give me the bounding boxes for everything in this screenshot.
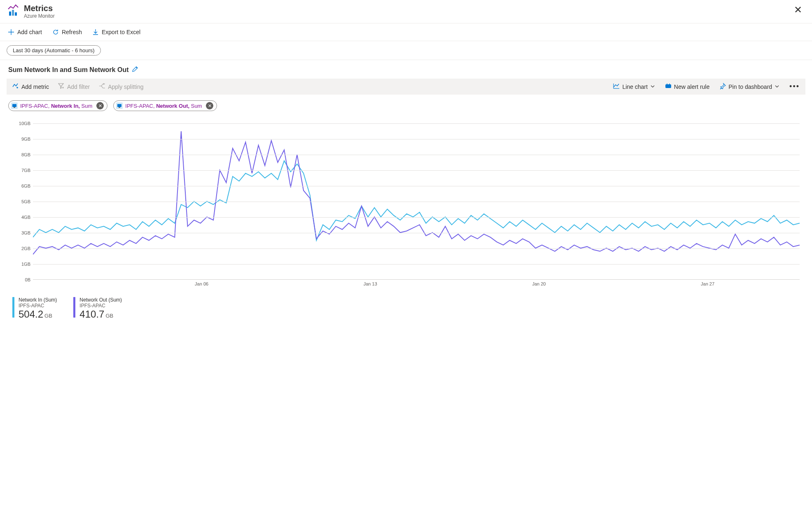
legend-resource-name: IPFS-APAC — [19, 303, 57, 309]
grid-line — [33, 123, 800, 124]
legend-unit: GB — [44, 313, 52, 319]
chart-area: 10GB9GB8GB7GB6GB5GB4GB3GB2GB1GB0B Jan 06… — [0, 115, 812, 293]
add-chart-button[interactable]: Add chart — [7, 27, 43, 37]
y-tick-label: 4GB — [21, 215, 30, 220]
add-filter-button[interactable]: Add filter — [56, 81, 91, 92]
svg-rect-0 — [9, 12, 11, 16]
y-tick-label: 6GB — [21, 183, 30, 188]
metric-chips-row: IPFS-APAC, Network In, Sum ✕ IPFS-APAC, … — [0, 99, 812, 115]
y-tick-label: 0B — [25, 277, 30, 282]
y-tick-label: 1GB — [21, 262, 30, 267]
svg-rect-4 — [12, 104, 16, 107]
grid-line — [33, 248, 800, 249]
add-metric-label: Add metric — [21, 84, 49, 90]
apply-splitting-label: Apply splitting — [108, 84, 143, 90]
refresh-label: Refresh — [62, 29, 82, 35]
svg-rect-1 — [12, 10, 14, 16]
y-tick-label: 5GB — [21, 199, 30, 204]
y-tick-label: 10GB — [19, 121, 30, 126]
filter-icon — [58, 83, 65, 91]
legend-resource-name: IPFS-APAC — [79, 303, 122, 309]
metrics-icon — [7, 3, 20, 16]
apply-splitting-button[interactable]: Apply splitting — [97, 81, 145, 92]
command-bar: Add chart Refresh Export to Excel — [0, 23, 812, 41]
new-alert-label: New alert rule — [674, 84, 709, 90]
more-options-button[interactable]: ••• — [788, 82, 801, 91]
grid-line — [33, 170, 800, 171]
series-line — [33, 131, 800, 254]
x-tick-label: Jan 06 — [195, 281, 208, 286]
chart-title: Sum Network In and Sum Network Out — [8, 66, 128, 74]
pin-dashboard-button[interactable]: Pin to dashboard — [718, 81, 781, 92]
svg-rect-7 — [119, 107, 120, 108]
y-tick-label: 3GB — [21, 230, 30, 235]
remove-chip-icon[interactable]: ✕ — [206, 102, 213, 109]
new-alert-button[interactable]: New alert rule — [663, 81, 711, 92]
time-range-pill[interactable]: Last 30 days (Automatic - 6 hours) — [7, 45, 101, 56]
grid-line — [33, 233, 800, 233]
refresh-button[interactable]: Refresh — [51, 27, 83, 37]
chart-toolbar: Add metric Add filter Apply splitting Li… — [7, 79, 805, 95]
legend-unit: GB — [105, 313, 113, 319]
svg-rect-2 — [15, 12, 17, 16]
svg-rect-3 — [665, 84, 671, 88]
y-tick-label: 8GB — [21, 152, 30, 157]
svg-rect-6 — [117, 104, 121, 107]
grid-line — [33, 217, 800, 218]
add-metric-button[interactable]: Add metric — [11, 81, 51, 92]
grid-line — [33, 264, 800, 265]
legend-metric-name: Network In (Sum) — [19, 297, 57, 303]
x-tick-label: Jan 20 — [532, 281, 546, 286]
grid-line — [33, 155, 800, 155]
legend-value: 504.2 — [19, 309, 43, 320]
legend-item[interactable]: Network Out (Sum) IPFS-APAC 410.7GB — [73, 297, 122, 320]
add-metric-icon — [12, 83, 19, 91]
time-range-row: Last 30 days (Automatic - 6 hours) — [0, 41, 812, 60]
pin-icon — [719, 83, 726, 91]
chart-type-dropdown[interactable]: Line chart — [611, 81, 656, 92]
plus-icon — [7, 28, 15, 36]
series-line — [33, 161, 800, 240]
grid-line — [33, 139, 800, 139]
edit-title-icon[interactable] — [132, 66, 138, 74]
page-title: Metrics — [24, 3, 55, 13]
export-button[interactable]: Export to Excel — [91, 27, 141, 37]
legend-value: 410.7 — [79, 309, 104, 320]
add-filter-label: Add filter — [67, 84, 90, 90]
metric-chip[interactable]: IPFS-APAC, Network In, Sum ✕ — [8, 100, 107, 111]
close-button[interactable]: ✕ — [791, 3, 805, 16]
grid-line — [33, 202, 800, 202]
chevron-down-icon — [775, 84, 779, 90]
resource-icon — [116, 102, 123, 109]
y-tick-label: 2GB — [21, 246, 30, 251]
add-chart-label: Add chart — [17, 29, 42, 35]
legend-metric-name: Network Out (Sum) — [79, 297, 122, 303]
x-tick-label: Jan 13 — [364, 281, 377, 286]
legend-color-bar — [12, 297, 14, 318]
y-axis: 10GB9GB8GB7GB6GB5GB4GB3GB2GB1GB0B — [12, 123, 33, 280]
chart-plot[interactable] — [33, 123, 800, 280]
legend-color-bar — [73, 297, 75, 318]
chart-type-label: Line chart — [622, 84, 647, 90]
x-axis: Jan 06Jan 13Jan 20Jan 27 — [33, 280, 800, 289]
refresh-icon — [52, 28, 59, 36]
legend-item[interactable]: Network In (Sum) IPFS-APAC 504.2GB — [12, 297, 57, 320]
remove-chip-icon[interactable]: ✕ — [96, 102, 104, 109]
metric-chip[interactable]: IPFS-APAC, Network Out, Sum ✕ — [113, 100, 217, 111]
chart-title-row: Sum Network In and Sum Network Out — [0, 60, 812, 76]
export-label: Export to Excel — [102, 29, 140, 35]
page-header: Metrics Azure Monitor ✕ — [0, 0, 812, 23]
legend-summary: Network In (Sum) IPFS-APAC 504.2GB Netwo… — [0, 293, 812, 324]
line-chart-icon — [613, 83, 620, 91]
page-subtitle: Azure Monitor — [24, 13, 55, 19]
svg-rect-5 — [14, 107, 15, 108]
y-tick-label: 9GB — [21, 137, 30, 142]
resource-icon — [11, 102, 18, 109]
y-tick-label: 7GB — [21, 168, 30, 173]
download-icon — [92, 28, 99, 36]
pin-label: Pin to dashboard — [728, 84, 772, 90]
alert-icon — [665, 83, 672, 91]
x-tick-label: Jan 27 — [701, 281, 714, 286]
chevron-down-icon — [650, 84, 655, 90]
grid-line — [33, 186, 800, 186]
